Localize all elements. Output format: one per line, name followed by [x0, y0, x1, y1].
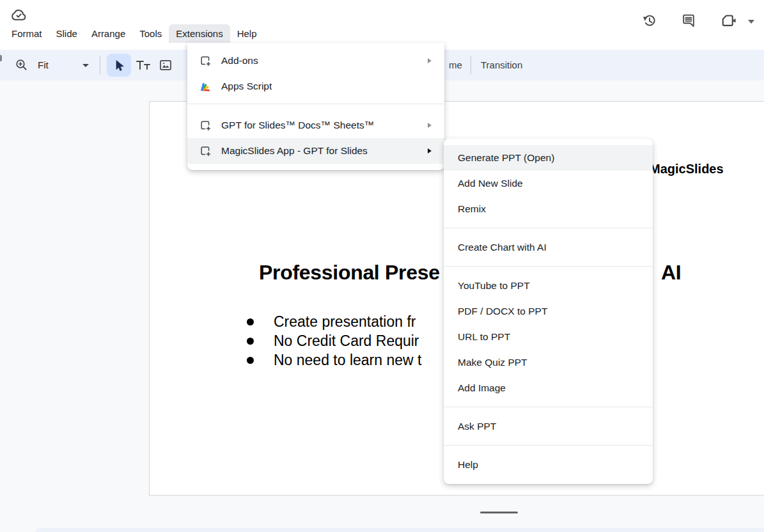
cursor-arrow-icon	[112, 58, 126, 72]
menu-bar: Format Slide Arrange Tools Extensions He…	[4, 24, 264, 43]
insert-image-button[interactable]	[158, 58, 173, 73]
menu-item-label: Apps Script	[221, 81, 272, 92]
slide-title-right-fragment[interactable]: AI	[661, 261, 681, 285]
join-call-button[interactable]	[719, 10, 740, 31]
bullet-item: No need to learn new t	[247, 350, 421, 370]
menu-tools[interactable]: Tools	[132, 24, 169, 43]
submenu-item-ask-ppt[interactable]: Ask PPT	[444, 414, 653, 439]
textbox-tool-button[interactable]	[134, 57, 152, 74]
video-camera-icon	[721, 13, 738, 28]
bullet-item: No Credit Card Requir	[247, 331, 421, 350]
menu-divider	[444, 228, 653, 228]
menu-slide[interactable]: Slide	[49, 24, 84, 43]
zoom-tool-button[interactable]	[14, 58, 29, 73]
bullet-text: Create presentation fr	[274, 313, 416, 331]
bullet-text: No need to learn new t	[274, 352, 421, 369]
toolbar-divider	[100, 56, 100, 74]
menu-item-label: Add-ons	[221, 55, 258, 66]
version-history-button[interactable]	[638, 10, 660, 31]
call-options-caret-icon[interactable]	[748, 20, 754, 24]
bullet-dot-icon	[247, 357, 254, 364]
menu-item-magicslides-app[interactable]: MagicSlides App - GPT for Slides	[187, 138, 444, 164]
submenu-item-add-image[interactable]: Add Image	[444, 375, 653, 401]
menu-help[interactable]: Help	[230, 24, 264, 43]
submenu-arrow-icon	[428, 148, 432, 153]
menu-divider	[444, 445, 653, 446]
slide-title-left-fragment[interactable]: Professional Prese	[259, 261, 440, 285]
speaker-notes-panel[interactable]	[35, 528, 764, 532]
save-status-cloud-icon	[9, 6, 28, 24]
menu-divider	[187, 104, 444, 104]
submenu-item-url-to-ppt[interactable]: URL to PPT	[444, 324, 653, 350]
magicslides-submenu: Generate PPT (Open) Add New Slide Remix …	[444, 139, 653, 484]
image-icon	[158, 58, 173, 73]
submenu-item-youtube-to-ppt[interactable]: YouTube to PPT	[444, 273, 653, 299]
menu-divider	[444, 407, 653, 407]
submenu-item-generate-ppt[interactable]: Generate PPT (Open)	[444, 145, 653, 171]
submenu-arrow-icon	[428, 58, 432, 63]
submenu-arrow-icon	[428, 123, 432, 128]
addon-square-plus-icon	[199, 54, 212, 67]
submenu-item-make-quiz-ppt[interactable]: Make Quiz PPT	[444, 350, 653, 375]
comment-bubble-icon	[680, 12, 697, 29]
addon-square-plus-icon	[199, 119, 212, 132]
transition-button[interactable]: Transition	[481, 50, 522, 81]
speaker-notes-drag-handle[interactable]	[480, 512, 518, 513]
toolbar-divider	[471, 56, 471, 74]
submenu-item-pdf-docx-to-ppt[interactable]: PDF / DOCX to PPT	[444, 299, 653, 324]
theme-button-partial[interactable]: me	[449, 50, 462, 81]
clock-restore-icon	[641, 12, 658, 29]
menu-item-label: GPT for Slides™ Docs™ Sheets™	[221, 120, 374, 131]
menu-format[interactable]: Format	[4, 24, 49, 43]
submenu-item-add-new-slide[interactable]: Add New Slide	[444, 171, 653, 196]
menu-item-add-ons[interactable]: Add-ons	[187, 48, 444, 74]
zoom-caret-icon[interactable]	[82, 64, 89, 67]
menu-item-gpt-for-slides[interactable]: GPT for Slides™ Docs™ Sheets™	[187, 113, 444, 138]
text-Tt-icon	[134, 57, 152, 74]
menu-extensions[interactable]: Extensions	[169, 24, 230, 43]
slide-body-textbox[interactable]: Create presentation fr No Credit Card Re…	[247, 312, 421, 370]
menu-item-label: MagicSlides App - GPT for Slides	[221, 145, 368, 157]
slide-brand-text[interactable]: MagicSlides	[650, 162, 724, 176]
menu-item-apps-script[interactable]: Apps Script	[187, 74, 444, 99]
addon-square-plus-icon	[199, 145, 212, 157]
bullet-dot-icon	[247, 318, 254, 325]
select-tool-button[interactable]	[107, 54, 131, 77]
zoom-level-select[interactable]: Fit	[38, 50, 49, 81]
extensions-dropdown-menu: Add-ons Apps Script GPT for Slides™ Docs…	[187, 43, 444, 170]
bullet-item: Create presentation fr	[247, 312, 421, 331]
comments-button[interactable]	[678, 10, 699, 31]
magnifier-plus-icon	[14, 58, 29, 73]
bullet-dot-icon	[247, 338, 254, 345]
bullet-text: No Credit Card Requir	[274, 332, 419, 350]
submenu-item-create-chart-with-ai[interactable]: Create Chart with AI	[444, 235, 653, 260]
submenu-item-remix[interactable]: Remix	[444, 196, 653, 222]
submenu-item-help[interactable]: Help	[444, 452, 653, 478]
clipped-toolbar-button	[0, 55, 2, 61]
apps-script-icon	[199, 80, 212, 93]
menu-divider	[444, 266, 653, 267]
menu-arrange[interactable]: Arrange	[84, 24, 132, 43]
